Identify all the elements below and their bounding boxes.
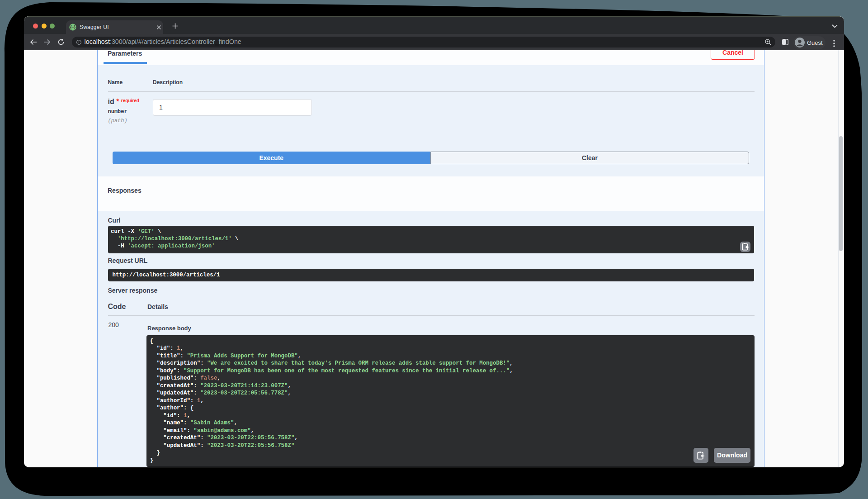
svg-text:}: }	[74, 24, 75, 29]
